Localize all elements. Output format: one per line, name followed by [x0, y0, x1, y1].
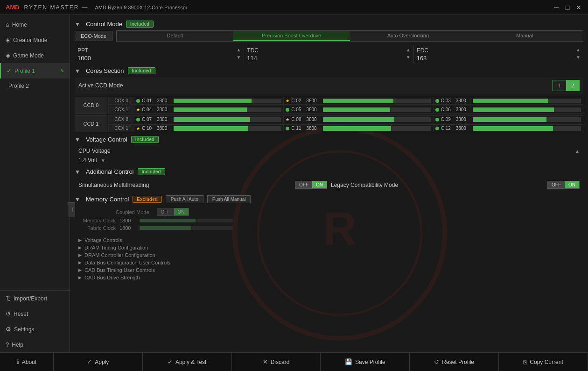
reset-profile-button[interactable]: ↺ Reset Profile	[410, 353, 499, 371]
core-c04-name: C 04	[142, 107, 155, 112]
sidebar-item-home[interactable]: ⌂ Home	[0, 17, 70, 32]
tab-default[interactable]: Default	[117, 31, 233, 41]
ppt-item: PPT ▲ 1000 ▼	[75, 45, 244, 64]
close-button[interactable]: ✕	[575, 4, 582, 11]
expand-voltage-controls[interactable]: ▶ Voltage Controls	[78, 236, 580, 244]
core-c03-bar-container	[473, 99, 581, 103]
cores-section-arrow[interactable]: ▼	[75, 68, 80, 74]
tdc-up-arrow[interactable]: ▲	[406, 47, 411, 54]
voltage-title: Voltage Control	[86, 136, 127, 143]
tab-auto-overclocking[interactable]: Auto Overclocking	[350, 31, 467, 41]
voltage-up-arrow[interactable]: ▲	[575, 149, 580, 154]
core-c07-name: C 07	[142, 117, 155, 122]
expand-data-bus[interactable]: ▶ Data Bus Configuration User Controls	[78, 259, 580, 266]
smt-on-button[interactable]: ON	[312, 181, 327, 188]
about-icon: ℹ	[17, 358, 19, 365]
ccd-button-1[interactable]: 1	[553, 80, 566, 91]
ppt-down-arrow[interactable]: ▼	[236, 55, 241, 62]
copy-current-button[interactable]: ⎘ Copy Current	[499, 353, 588, 371]
cpu-voltage-label: CPU Voltage	[78, 148, 111, 154]
minimize-button[interactable]: ─	[553, 4, 560, 11]
sidebar-item-help[interactable]: ? Help	[0, 337, 70, 352]
maximize-button[interactable]: □	[564, 4, 571, 11]
tab-manual[interactable]: Manual	[466, 31, 583, 41]
edc-value: 168	[417, 55, 427, 62]
core-c04-bar	[174, 107, 247, 112]
core-c07-bar	[174, 117, 250, 122]
memory-clock-value: 1800	[119, 218, 136, 223]
core-c01: C 01 3800	[134, 97, 284, 104]
voltage-down-arrow[interactable]: ▼	[101, 158, 105, 163]
legacy-on-button[interactable]: ON	[565, 181, 579, 188]
sidebar-item-reset[interactable]: ↺ Reset	[0, 306, 70, 321]
core-c10: ★ C 10 3800	[134, 125, 284, 132]
eco-mode-button[interactable]: ECO-Mode	[75, 31, 112, 41]
core-c12-dot	[435, 127, 439, 130]
control-mode-title: Control Mode	[86, 21, 122, 28]
ccd0-ccx0-label: CCX 0	[109, 97, 134, 104]
expand-cad-drive[interactable]: ▶ CAD Bus Drive Strength	[78, 274, 580, 281]
core-c01-name: C 01	[142, 98, 155, 103]
sidebar-item-settings[interactable]: ⚙ Settings	[0, 321, 70, 337]
core-c02-bar-container	[323, 99, 431, 103]
about-button[interactable]: ℹ About	[0, 353, 54, 371]
apply-button[interactable]: ✓ Apply	[54, 353, 143, 371]
copy-icon: ⎘	[523, 358, 527, 365]
edc-down-arrow[interactable]: ▼	[576, 55, 581, 62]
fabric-clock-label: Fabric Clock	[78, 225, 116, 231]
core-c11: C 11 3800	[284, 125, 433, 132]
ppt-up-arrow[interactable]: ▲	[236, 47, 241, 54]
edc-up-arrow[interactable]: ▲	[576, 47, 581, 54]
push-all-manual-button[interactable]: Push All Manual	[207, 195, 251, 203]
additional-arrow[interactable]: ▼	[75, 169, 80, 175]
ccd-button-2[interactable]: 2	[566, 80, 579, 91]
home-icon: ⌂	[6, 21, 9, 28]
reset-profile-icon: ↺	[434, 358, 439, 365]
sidebar-item-game[interactable]: ◈ Game Mode	[0, 48, 70, 63]
sidebar-label-import: Import/Export	[14, 295, 47, 302]
smt-label: Simultaneous Multithreading	[78, 182, 149, 188]
core-c11-name: C 11	[291, 126, 304, 131]
control-mode-row: ECO-Mode Default Precision Boost Overdri…	[75, 30, 583, 42]
coupled-off-button[interactable]: OFF	[157, 208, 174, 215]
save-profile-button[interactable]: 💾 Save Profile	[321, 353, 410, 371]
tdc-down-arrow[interactable]: ▼	[406, 55, 411, 62]
collapse-sidebar-button[interactable]: 《	[68, 202, 75, 217]
core-c08-bar	[323, 117, 394, 122]
core-c09-name: C 09	[441, 117, 454, 122]
push-all-auto-button[interactable]: Push All Auto	[166, 195, 203, 203]
tab-precision-boost[interactable]: Precision Boost Overdrive	[233, 31, 350, 41]
about-label: About	[22, 359, 36, 365]
tdc-value-row: 114 ▼	[247, 55, 410, 62]
cores-section-badge: Included	[128, 67, 155, 74]
sidebar-item-import[interactable]: ⇅ Import/Export	[0, 291, 70, 306]
expand-dram-controller[interactable]: ▶ DRAM Controller Configuration	[78, 251, 580, 259]
coupled-on-button[interactable]: ON	[174, 208, 189, 215]
smt-off-button[interactable]: OFF	[295, 181, 312, 188]
sidebar-label-settings: Settings	[14, 326, 34, 333]
legacy-off-button[interactable]: OFF	[548, 181, 565, 188]
sidebar-item-creator[interactable]: ◈ Creator Mode	[0, 32, 70, 48]
core-c01-dot	[136, 99, 140, 103]
expand-cad-timing[interactable]: ▶ CAD Bus Timing User Controls	[78, 266, 580, 274]
memory-arrow[interactable]: ▼	[75, 196, 80, 203]
discard-button[interactable]: ✕ Discard	[232, 353, 321, 371]
sidebar-label-profile1: Profile 1	[14, 68, 35, 74]
ccd-buttons: 1 2	[553, 80, 580, 91]
help-icon: ?	[6, 341, 9, 348]
smt-row: Simultaneous Multithreading OFF ON Legac…	[75, 178, 583, 192]
expand-dram-timing[interactable]: ▶ DRAM Timing Configuration	[78, 244, 580, 251]
title-bar: AMD RYZEN MASTER — AMD Ryzen 9 3900X 12-…	[0, 0, 588, 15]
control-mode-arrow[interactable]: ▼	[75, 21, 80, 28]
core-c05-freq: 3800	[306, 107, 321, 112]
sidebar-item-profile1[interactable]: ✓ Profile 1 ✎	[0, 63, 70, 78]
voltage-arrow[interactable]: ▼	[75, 136, 80, 143]
voltage-badge: Included	[131, 136, 159, 143]
apply-test-button[interactable]: ✓ Apply & Test	[143, 353, 232, 371]
cores-section: ▼ Cores Section Included Active CCD Mode…	[75, 67, 583, 132]
discard-label: Discard	[271, 359, 290, 365]
ccd1-ccx0-label: CCX 0	[109, 116, 134, 123]
save-profile-label: Save Profile	[355, 359, 385, 365]
sidebar-item-profile2[interactable]: Profile 2	[0, 78, 70, 93]
core-c03-freq: 3800	[456, 98, 471, 103]
